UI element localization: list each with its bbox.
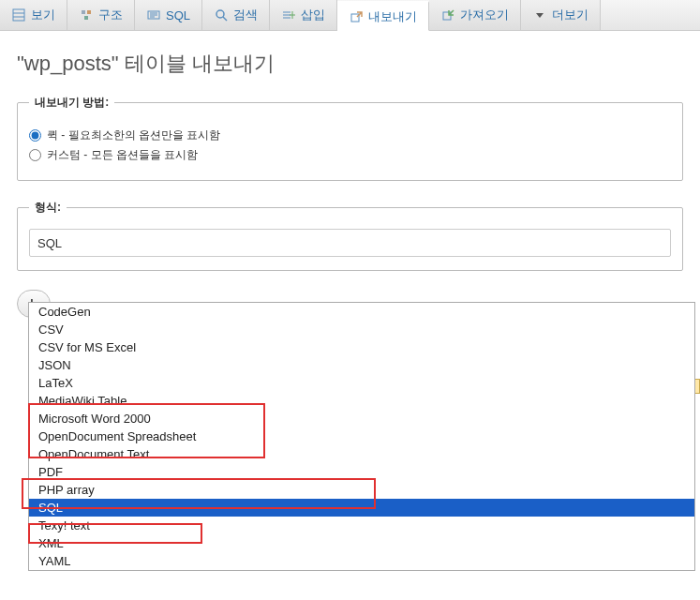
- tab-label: 삽입: [301, 7, 325, 23]
- insert-icon: [281, 8, 296, 22]
- svg-rect-0: [13, 9, 24, 21]
- export-method-quick[interactable]: 퀵 - 필요최소한의 옵션만을 표시함: [29, 128, 671, 143]
- tab-sql[interactable]: SQL: [135, 0, 202, 30]
- dropdown-item-xml[interactable]: XML: [29, 534, 694, 552]
- tab-label: SQL: [166, 8, 190, 22]
- radio-label: 퀵 - 필요최소한의 옵션만을 표시함: [47, 128, 220, 143]
- dropdown-item-csv-excel[interactable]: CSV for MS Excel: [29, 338, 694, 356]
- dropdown-item-sql[interactable]: SQL: [29, 499, 694, 517]
- tab-label: 더보기: [552, 7, 588, 23]
- dropdown-item-phparray[interactable]: PHP array: [29, 481, 694, 499]
- radio-custom[interactable]: [29, 149, 41, 161]
- export-method-custom[interactable]: 커스텀 - 모든 옵션들을 표시함: [29, 147, 671, 163]
- dropdown-item-codegen[interactable]: CodeGen: [29, 303, 694, 321]
- dropdown-item-pdf[interactable]: PDF: [29, 463, 694, 481]
- dropdown-item-mediawiki[interactable]: MediaWiki Table: [29, 392, 694, 410]
- radio-quick[interactable]: [29, 129, 41, 142]
- tab-label: 가져오기: [460, 7, 509, 23]
- tab-label: 구조: [98, 7, 123, 23]
- svg-rect-3: [82, 10, 85, 14]
- dropdown-item-latex[interactable]: LaTeX: [29, 374, 694, 392]
- more-icon: [532, 8, 547, 22]
- dropdown-item-texy[interactable]: Texy! text: [29, 517, 694, 534]
- tab-label: 검색: [233, 7, 258, 23]
- export-icon: [349, 9, 364, 24]
- tab-search[interactable]: 검색: [202, 0, 270, 30]
- structure-icon: [79, 8, 94, 22]
- dropdown-item-csv[interactable]: CSV: [29, 321, 694, 338]
- export-method-fieldset: 내보내기 방법: 퀵 - 필요최소한의 옵션만을 표시함 커스텀 - 모든 옵션…: [17, 95, 683, 181]
- dropdown-item-yaml[interactable]: YAML: [29, 552, 694, 570]
- svg-rect-5: [84, 16, 88, 20]
- tab-structure[interactable]: 구조: [67, 0, 135, 30]
- dropdown-item-word2000[interactable]: Microsoft Word 2000: [29, 410, 694, 428]
- svg-point-10: [216, 10, 224, 18]
- tab-export[interactable]: 내보내기: [337, 1, 429, 31]
- format-selected: SQL: [37, 236, 62, 250]
- format-dropdown[interactable]: CodeGen CSV CSV for MS Excel JSON LaTeX …: [28, 302, 695, 571]
- export-method-legend: 내보내기 방법:: [29, 95, 114, 111]
- tab-label: 보기: [31, 7, 55, 23]
- sql-icon: [146, 8, 161, 22]
- tab-more[interactable]: 더보기: [521, 0, 601, 30]
- format-fieldset: 형식: SQL: [17, 200, 683, 271]
- tab-label: 내보내기: [368, 8, 417, 25]
- table-icon: [11, 8, 26, 22]
- tab-browse[interactable]: 보기: [0, 0, 67, 30]
- dropdown-item-odt[interactable]: OpenDocument Text: [29, 445, 694, 463]
- radio-label: 커스텀 - 모든 옵션들을 표시함: [47, 147, 198, 163]
- svg-rect-4: [87, 10, 91, 14]
- tab-insert[interactable]: 삽입: [270, 0, 337, 30]
- tab-import[interactable]: 가져오기: [429, 0, 521, 30]
- dropdown-item-ods[interactable]: OpenDocument Spreadsheet: [29, 428, 694, 445]
- format-legend: 형식:: [29, 200, 67, 216]
- dropdown-item-json[interactable]: JSON: [29, 356, 694, 374]
- svg-line-11: [223, 17, 227, 21]
- import-icon: [440, 8, 455, 22]
- page-title: "wp_posts" 테이블 내보내기: [0, 31, 700, 95]
- search-icon: [214, 8, 229, 22]
- tabs-bar: 보기 구조 SQL 검색 삽입 내보내기 가져오기: [0, 0, 700, 31]
- format-select[interactable]: SQL: [29, 229, 671, 257]
